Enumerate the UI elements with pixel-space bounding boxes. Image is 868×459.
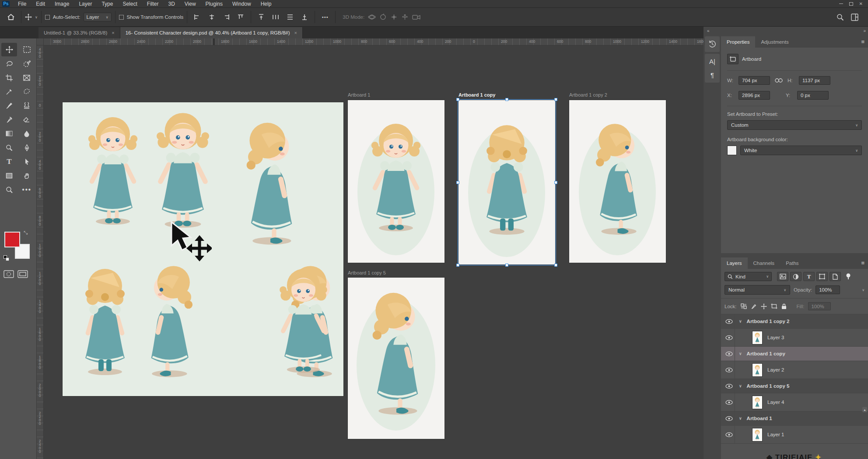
layer-row-artboard-1[interactable]: ∨ Artboard 1 — [721, 411, 868, 426]
tool-blur[interactable] — [19, 127, 35, 140]
menu-filter[interactable]: Filter — [142, 0, 164, 7]
menu-edit[interactable]: Edit — [31, 0, 50, 7]
lock-pixels-icon[interactable] — [751, 303, 757, 309]
quick-mask-button[interactable] — [4, 270, 14, 278]
tab-adjustments[interactable]: Adjustments — [755, 36, 794, 48]
artboard-label-1-copy[interactable]: Artboard 1 copy — [458, 92, 495, 97]
filter-adjustment-layers-button[interactable] — [790, 272, 802, 281]
tool-pen[interactable] — [19, 141, 35, 154]
tool-path-selection[interactable] — [19, 155, 35, 168]
swap-colors-icon[interactable]: ⤡ — [24, 230, 28, 236]
minimize-icon[interactable] — [839, 3, 843, 4]
distribute-horizontal-button[interactable] — [269, 11, 282, 23]
preset-select[interactable]: Custom ∨ — [727, 120, 862, 130]
search-icon[interactable] — [836, 14, 844, 21]
home-button[interactable] — [4, 11, 18, 23]
align-left-button[interactable] — [191, 11, 204, 23]
artboard-1-copy[interactable] — [458, 100, 555, 264]
tool-zoom[interactable] — [1, 183, 17, 196]
filter-pixel-layers-button[interactable] — [777, 272, 788, 281]
layer-row-layer-3[interactable]: Layer 3 — [721, 329, 868, 347]
layer-row-layer-2[interactable]: Layer 2 — [721, 361, 868, 379]
menu-3d[interactable]: 3D — [163, 0, 179, 7]
filter-smart-objects-button[interactable] — [830, 272, 841, 281]
blend-mode-select[interactable]: Normal ∨ — [724, 285, 790, 295]
auto-select-checkbox[interactable] — [45, 15, 50, 20]
width-field[interactable]: 704 px — [738, 76, 770, 85]
collapse-panels-icon[interactable]: « — [707, 28, 709, 33]
layer-row-artboard-1-copy[interactable]: ∨ Artboard 1 copy — [721, 347, 868, 361]
layer-thumbnail[interactable] — [752, 331, 763, 344]
menu-layer[interactable]: Layer — [74, 0, 97, 7]
lock-artboard-icon[interactable] — [771, 303, 777, 309]
auto-select-target-select[interactable]: Layer ∨ — [84, 13, 112, 21]
workspace-switcher-icon[interactable] — [851, 14, 858, 21]
filter-toggle-button[interactable] — [843, 272, 854, 281]
artboard-1[interactable] — [348, 100, 444, 263]
canvas-area[interactable]: 3000280026002400220020001800160014001200… — [37, 38, 704, 459]
filter-type-layers-button[interactable]: T — [803, 272, 815, 281]
artboard-bg-color-swatch[interactable] — [727, 146, 737, 155]
expand-chevron-icon[interactable]: ∨ — [739, 319, 742, 323]
tool-quick-selection[interactable] — [19, 57, 35, 70]
tool-lasso[interactable] — [1, 57, 17, 70]
layer-row-artboard-1-copy-5[interactable]: ∨ Artboard 1 copy 5 — [721, 379, 868, 393]
default-colors-icon[interactable] — [4, 255, 10, 261]
tool-move[interactable] — [1, 43, 17, 56]
tool-more[interactable]: ••• — [19, 183, 35, 196]
tool-history-brush[interactable] — [1, 113, 17, 126]
tool-eyedropper[interactable] — [1, 85, 17, 98]
layer-row-layer-1[interactable]: Layer 1 — [721, 426, 868, 444]
menu-window[interactable]: Window — [228, 0, 256, 7]
tool-rectangle[interactable] — [1, 169, 17, 182]
visibility-toggle[interactable] — [724, 314, 735, 328]
tool-frame[interactable] — [19, 71, 35, 84]
visibility-toggle[interactable] — [724, 411, 735, 425]
tool-crop[interactable] — [1, 71, 17, 84]
scroll-up-icon[interactable]: ▲ — [862, 407, 867, 412]
align-center-horizontal-button[interactable] — [205, 11, 218, 23]
tool-patch[interactable] — [19, 85, 35, 98]
fill-field[interactable]: 100% — [808, 302, 831, 310]
visibility-toggle[interactable] — [724, 393, 735, 411]
visibility-toggle[interactable] — [724, 347, 735, 361]
menu-file[interactable]: File — [13, 0, 31, 7]
layer-row-layer-4[interactable]: Layer 4 — [721, 393, 868, 411]
foreground-color-swatch[interactable] — [4, 232, 20, 247]
layer-thumbnail[interactable] — [752, 396, 763, 409]
align-top-button[interactable] — [234, 11, 247, 23]
panel-menu-icon[interactable]: ≡ — [861, 260, 868, 269]
document-tab-character-design[interactable]: 16- Consistent Character design.psd @ 40… — [120, 27, 303, 38]
distribute-vertical-button[interactable] — [284, 11, 297, 23]
link-dimensions-icon[interactable] — [774, 78, 783, 83]
paragraph-panel-icon[interactable]: ¶ — [710, 71, 714, 79]
tab-paths[interactable]: Paths — [780, 257, 804, 269]
tab-properties[interactable]: Properties — [721, 36, 755, 48]
close-tab-icon[interactable]: × — [112, 30, 114, 35]
expand-panels-icon[interactable]: » — [863, 28, 865, 33]
filter-shape-layers-button[interactable] — [816, 272, 828, 281]
expand-chevron-icon[interactable]: ∨ — [739, 384, 742, 388]
ruler-origin-corner[interactable] — [37, 38, 44, 45]
lock-transparency-icon[interactable] — [741, 303, 747, 309]
layer-thumbnail[interactable] — [752, 363, 763, 377]
layer-thumbnail[interactable] — [752, 428, 763, 442]
align-right-button[interactable] — [220, 11, 233, 23]
show-transform-checkbox[interactable] — [119, 15, 124, 20]
artboard-bg-color-select[interactable]: White ∨ — [740, 146, 862, 155]
move-tool-indicator[interactable]: ∨ — [25, 14, 38, 21]
filter-kind-select[interactable]: Kind ∨ — [724, 272, 772, 281]
tool-clone-stamp[interactable] — [19, 99, 35, 112]
artboard-label-1-copy-5[interactable]: Artboard 1 copy 5 — [348, 270, 386, 275]
visibility-toggle[interactable] — [724, 361, 735, 379]
screen-mode-button[interactable] — [18, 270, 28, 278]
opacity-field[interactable]: 100% — [816, 285, 840, 294]
close-icon[interactable]: ✕ — [859, 2, 863, 6]
expand-chevron-icon[interactable]: ∨ — [739, 351, 742, 356]
tool-dodge[interactable] — [1, 141, 17, 154]
tab-layers[interactable]: Layers — [721, 257, 748, 269]
tool-type[interactable]: T — [1, 155, 17, 168]
distribute-bottom-button[interactable] — [298, 11, 311, 23]
panel-menu-icon[interactable]: ≡ — [861, 38, 868, 48]
menu-help[interactable]: Help — [256, 0, 276, 7]
